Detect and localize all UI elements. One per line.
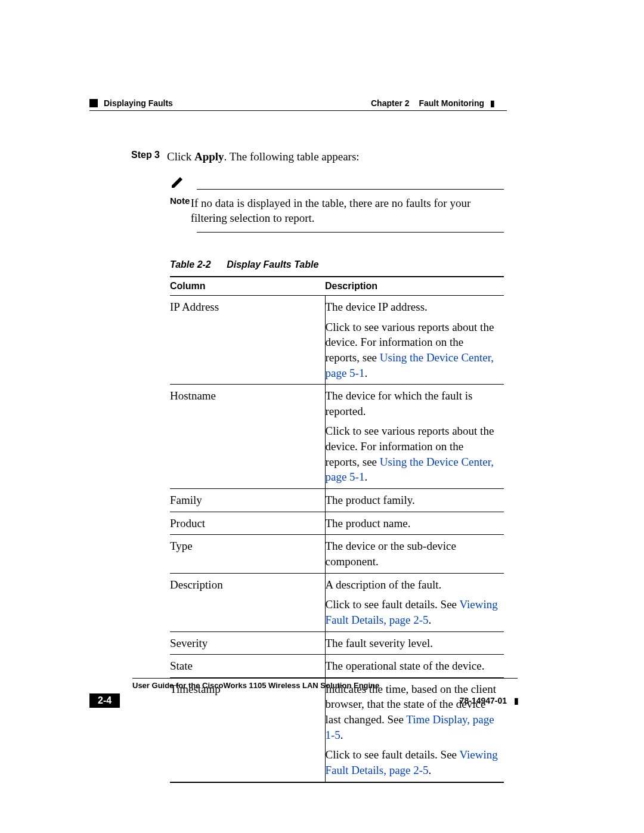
desc-paragraph: The device IP address.	[326, 299, 500, 315]
cell-column: Hostname	[170, 385, 325, 489]
pencil-icon	[170, 175, 185, 192]
desc-paragraph: Click to see various reports about the d…	[326, 423, 500, 485]
cell-description: The device or the sub-device component.	[325, 535, 504, 573]
desc-text: The fault severity level.	[326, 637, 433, 649]
cell-description: The device IP address.Click to see vario…	[325, 295, 504, 384]
cell-column: State	[170, 655, 325, 678]
step-label: Step 3	[131, 150, 167, 165]
table-row: SeverityThe fault severity level.	[170, 631, 504, 655]
desc-paragraph: The fault severity level.	[326, 636, 500, 651]
step-text: Click Apply. The following table appears…	[167, 150, 360, 165]
page-header: Displaying Faults Chapter 2 Fault Monito…	[89, 98, 566, 108]
note-bottom-rule	[197, 232, 504, 233]
header-section: Displaying Faults	[104, 98, 173, 108]
note-top-rule	[197, 189, 504, 190]
note-label: Note	[170, 196, 191, 226]
desc-text: Click to see fault details. See	[326, 598, 460, 611]
cell-column: Description	[170, 573, 325, 631]
page-number: 2-4	[89, 693, 120, 708]
cell-column: Family	[170, 489, 325, 512]
table-caption: Table 2-2 Display Faults Table	[170, 259, 566, 270]
table-row: TypeThe device or the sub-device compone…	[170, 535, 504, 573]
cell-description: The device for which the fault is report…	[325, 385, 504, 489]
desc-paragraph: Click to see various reports about the d…	[326, 320, 500, 381]
desc-paragraph: Click to see fault details. See Viewing …	[326, 747, 500, 778]
desc-text: The device or the sub-device component.	[326, 540, 456, 568]
desc-text: The product family.	[326, 494, 415, 506]
desc-text-after: .	[364, 367, 367, 379]
step-block: Step 3 Click Apply. The following table …	[131, 150, 566, 165]
chapter-title: Fault Monitoring	[419, 98, 484, 108]
desc-text-after: .	[364, 470, 367, 483]
desc-paragraph: The operational state of the device.	[326, 658, 500, 674]
cell-description: The operational state of the device.	[325, 655, 504, 678]
table-row: FamilyThe product family.	[170, 489, 504, 512]
desc-text-after: .	[429, 614, 432, 626]
header-left: Displaying Faults	[89, 98, 173, 108]
doc-number-text: 78-14947-01	[460, 696, 507, 705]
step-text-post: . The following table appears:	[224, 150, 360, 163]
desc-text-after: .	[429, 764, 432, 776]
th-column: Column	[170, 277, 325, 296]
footer-rule	[132, 678, 518, 679]
header-rule	[89, 110, 507, 111]
footer-guide-title: User Guide for the CiscoWorks 1105 Wirel…	[132, 681, 519, 690]
cell-description: The product name.	[325, 512, 504, 535]
chapter-label: Chapter 2	[371, 98, 410, 108]
desc-text: The device for which the fault is report…	[326, 389, 473, 417]
table-row: StateThe operational state of the device…	[170, 655, 504, 678]
footer-sep-icon: ▮	[514, 696, 519, 705]
step-text-bold: Apply	[194, 150, 224, 163]
cell-description: The fault severity level.	[325, 631, 504, 655]
cell-description: The product family.	[325, 489, 504, 512]
cell-column: IP Address	[170, 295, 325, 384]
table-row: DescriptionA description of the fault.Cl…	[170, 573, 504, 631]
table-row: IP AddressThe device IP address.Click to…	[170, 295, 504, 384]
desc-paragraph: A description of the fault.	[326, 577, 500, 593]
table-id: Table 2-2	[170, 259, 211, 270]
cell-description: A description of the fault.Click to see …	[325, 573, 504, 631]
table-title: Display Faults Table	[227, 259, 318, 270]
header-marker-icon	[89, 99, 98, 107]
desc-text: The operational state of the device.	[326, 659, 485, 672]
header-right: Chapter 2 Fault Monitoring ▮	[371, 98, 566, 108]
desc-text: A description of the fault.	[326, 578, 442, 591]
step-text-pre: Click	[167, 150, 194, 163]
desc-paragraph: Click to see fault details. See Viewing …	[326, 597, 500, 627]
desc-paragraph: The device or the sub-device component.	[326, 538, 500, 569]
header-sep-icon: ▮	[490, 98, 495, 108]
desc-text: The device IP address.	[326, 301, 428, 313]
cell-column: Severity	[170, 631, 325, 655]
desc-paragraph: The device for which the fault is report…	[326, 388, 500, 419]
desc-text-after: .	[340, 729, 343, 741]
desc-text: The product name.	[326, 517, 411, 529]
th-description: Description	[325, 277, 504, 296]
desc-paragraph: The product family.	[326, 493, 500, 508]
desc-text: Click to see fault details. See	[326, 748, 460, 761]
doc-number: 78-14947-01 ▮	[460, 696, 519, 705]
cell-column: Product	[170, 512, 325, 535]
note-text: If no data is displayed in the table, th…	[191, 196, 504, 226]
desc-paragraph: The product name.	[326, 516, 500, 531]
table-row: ProductThe product name.	[170, 512, 504, 535]
note-block: Note If no data is displayed in the tabl…	[170, 175, 504, 233]
cell-column: Type	[170, 535, 325, 573]
page-footer: User Guide for the CiscoWorks 1105 Wirel…	[89, 678, 519, 708]
table-row: HostnameThe device for which the fault i…	[170, 385, 504, 489]
